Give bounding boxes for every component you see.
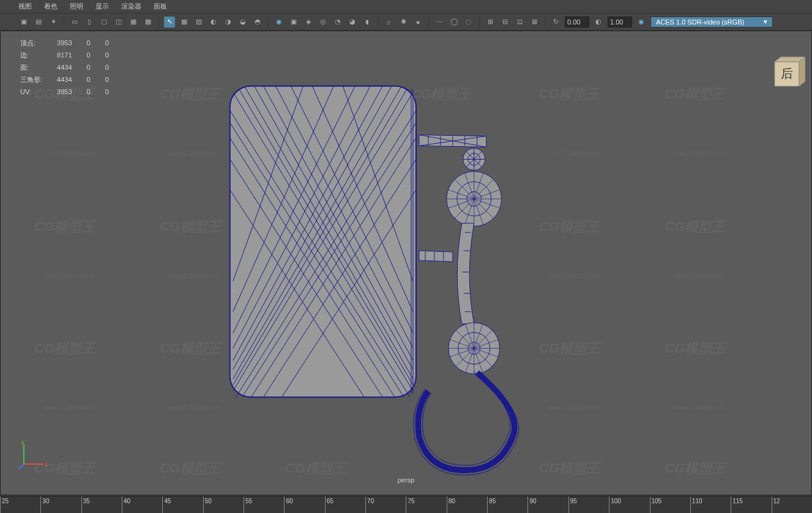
timeline-tick[interactable]: 105 — [650, 496, 690, 513]
svg-text:z: z — [18, 465, 20, 470]
tool-a-icon[interactable]: ⊞ — [485, 17, 496, 28]
xray-icon[interactable]: ▣ — [288, 17, 299, 28]
camera-name-label: persp — [398, 476, 415, 484]
shadows-icon[interactable]: ◓ — [252, 17, 263, 28]
axis-gizmo: y x z — [18, 440, 48, 471]
viewport[interactable]: 顶点:395300 边:817100 面:443400 三角形:443400 U… — [0, 31, 812, 495]
timeline-tick[interactable]: 85 — [487, 496, 527, 513]
xray-joints-icon[interactable]: ◈ — [303, 17, 314, 28]
safe-action-icon[interactable]: ▩ — [143, 17, 154, 28]
all-lights-icon[interactable]: ✺ — [398, 17, 409, 28]
tool-b-icon[interactable]: ⊟ — [499, 17, 510, 28]
separator — [268, 17, 269, 27]
time-slider[interactable]: 2530354045505560657075808590951001051101… — [0, 496, 812, 513]
viewcube-face-label: 后 — [781, 67, 793, 80]
timeline-tick[interactable]: 30 — [40, 496, 81, 513]
model-wireframe — [1, 31, 811, 495]
svg-text:x: x — [45, 461, 48, 467]
timeline-tick[interactable]: 25 — [0, 496, 40, 513]
timeline-tick[interactable]: 40 — [122, 496, 162, 513]
depth-of-field-icon[interactable]: ◎ — [318, 17, 329, 28]
timeline-tick[interactable]: 45 — [162, 496, 203, 513]
gamma-icon[interactable]: ◐ — [593, 17, 604, 28]
anti-alias-icon[interactable]: ◖ — [362, 17, 373, 28]
separator — [378, 17, 378, 27]
ao-icon[interactable]: ◕ — [347, 17, 358, 28]
timeline-tick[interactable]: 100 — [609, 496, 649, 513]
svg-marker-77 — [799, 57, 805, 86]
separator — [158, 17, 159, 27]
camera-select-icon[interactable]: ▣ — [18, 17, 29, 28]
field-chart-icon[interactable]: ▦ — [128, 17, 139, 28]
chevron-down-icon: ▾ — [764, 18, 767, 26]
timeline-tick[interactable]: 115 — [731, 496, 771, 513]
separator — [64, 17, 64, 27]
timeline-tick[interactable]: 95 — [568, 496, 609, 513]
menu-renderer[interactable]: 渲染器 — [121, 2, 141, 11]
tool-d-icon[interactable]: ⊠ — [529, 17, 540, 28]
exposure-input[interactable] — [565, 17, 589, 28]
bookmark-icon[interactable]: ✦ — [48, 17, 59, 28]
timeline-tick[interactable]: 55 — [244, 496, 284, 513]
timeline-ruler[interactable]: 2530354045505560657075808590951001051101… — [0, 496, 812, 513]
resolution-gate-icon[interactable]: ▢ — [99, 17, 110, 28]
separator — [479, 17, 480, 27]
menu-view[interactable]: 视图 — [18, 2, 32, 11]
timeline-tick[interactable]: 65 — [325, 496, 365, 513]
flat-light-icon[interactable]: ● — [412, 17, 423, 28]
fog-icon[interactable]: 〰 — [434, 17, 445, 28]
isolate-select-icon[interactable]: ◉ — [274, 17, 285, 28]
film-gate-icon[interactable]: ▯ — [84, 17, 95, 28]
color-transform-dropdown[interactable]: ACES 1.0 SDR-video (sRGB) ▾ — [650, 17, 773, 28]
timeline-tick[interactable]: 75 — [406, 496, 446, 513]
hardware-fog-icon[interactable]: ◯ — [449, 17, 460, 28]
timeline-tick[interactable]: 60 — [284, 496, 324, 513]
separator — [545, 17, 545, 27]
timeline-tick[interactable]: 80 — [447, 496, 487, 513]
select-tool-icon[interactable]: ↖ — [164, 17, 175, 28]
menu-panels[interactable]: 面板 — [154, 2, 167, 11]
color-mgmt-icon[interactable]: ◉ — [636, 17, 647, 28]
panel-menu-bar: 视图 着色 照明 显示 渲染器 面板 — [0, 0, 812, 13]
menu-lighting[interactable]: 照明 — [70, 2, 83, 11]
shaded-icon[interactable]: ◐ — [208, 17, 219, 28]
wireframe-icon[interactable]: ▨ — [193, 17, 204, 28]
timeline-tick[interactable]: 70 — [365, 496, 406, 513]
timeline-tick[interactable]: 90 — [527, 496, 568, 513]
separator — [428, 17, 429, 27]
gamma-input[interactable] — [608, 17, 632, 28]
svg-text:y: y — [21, 440, 24, 445]
gate-mask-icon[interactable]: ◫ — [113, 17, 124, 28]
tool-c-icon[interactable]: ⊡ — [514, 17, 525, 28]
textured-icon[interactable]: ◑ — [223, 17, 234, 28]
default-light-icon[interactable]: ☼ — [383, 17, 394, 28]
timeline-tick[interactable]: 50 — [203, 496, 244, 513]
no-light-icon[interactable]: ◌ — [463, 17, 474, 28]
color-transform-label: ACES 1.0 SDR-video (sRGB) — [656, 18, 744, 26]
menu-show[interactable]: 显示 — [95, 2, 109, 11]
image-plane-icon[interactable]: ▭ — [69, 17, 80, 28]
motion-blur-icon[interactable]: ◔ — [332, 17, 343, 28]
grid-icon[interactable]: ▦ — [179, 17, 190, 28]
view-cube[interactable]: 后 — [769, 56, 805, 92]
refresh-icon[interactable]: ↻ — [550, 17, 561, 28]
timeline-tick[interactable]: 35 — [81, 496, 122, 513]
timeline-tick[interactable]: 110 — [690, 496, 731, 513]
menu-shading[interactable]: 着色 — [44, 2, 58, 11]
svg-line-82 — [19, 464, 24, 469]
panel-toolbar: ▣ ▤ ✦ ▭ ▯ ▢ ◫ ▦ ▩ ↖ ▦ ▨ ◐ ◑ ◒ ◓ ◉ ▣ ◈ ◎ … — [0, 13, 812, 31]
use-all-lights-icon[interactable]: ◒ — [237, 17, 248, 28]
timeline-tick[interactable]: 12 — [772, 496, 812, 513]
camera-attr-icon[interactable]: ▤ — [33, 17, 44, 28]
